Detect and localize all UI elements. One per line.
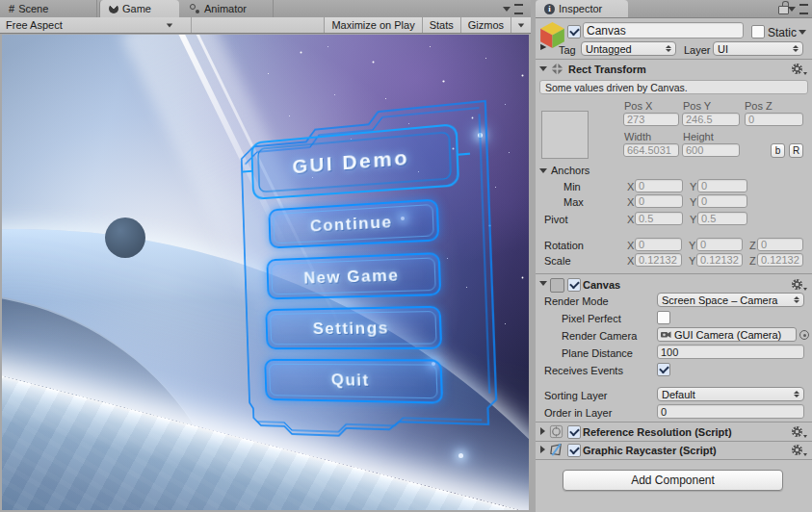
static-dropdown-arrow[interactable]	[799, 30, 806, 35]
render-mode-dropdown[interactable]: Screen Space – Camera	[657, 293, 804, 307]
anchor-preview[interactable]	[541, 111, 589, 159]
game-viewport: GUI Demo Continue New Game Settings Quit	[2, 35, 529, 510]
canvas-foldout[interactable]	[539, 281, 547, 286]
layer-dropdown[interactable]: UI	[713, 41, 803, 56]
axis-y-label: Y	[690, 196, 696, 208]
tab-game-label: Game	[122, 3, 151, 14]
scale-z-field[interactable]: 0.12132	[757, 253, 803, 267]
settings-label: Settings	[313, 319, 390, 339]
tag-value: Untagged	[586, 43, 632, 55]
graphic-raycaster-enabled-checkbox[interactable]	[567, 444, 581, 457]
pos-z-field[interactable]: 0	[745, 113, 803, 126]
stats-button[interactable]: Stats	[422, 17, 460, 33]
gear-icon[interactable]	[792, 279, 802, 290]
gameobject-name-field[interactable]: Canvas	[583, 22, 744, 38]
pos-x-field[interactable]: 273	[623, 113, 679, 126]
chevron-down-icon	[167, 23, 172, 27]
plane-distance-label: Plane Distance	[562, 347, 633, 359]
rotation-x-field[interactable]: 0	[635, 238, 682, 251]
new-game-button[interactable]: New Game	[266, 252, 441, 299]
object-picker-icon[interactable]	[799, 330, 809, 340]
gizmos-button[interactable]: Gizmos	[460, 17, 511, 33]
blueprint-mode-button[interactable]: b	[771, 143, 785, 158]
axis-z-label: Z	[749, 255, 756, 267]
game-tab-options[interactable]	[503, 4, 523, 14]
pos-y-label: Pos Y	[683, 100, 711, 112]
aspect-dropdown[interactable]: Free Aspect	[0, 17, 192, 33]
width-label: Width	[624, 131, 651, 142]
tab-scene[interactable]: # Scene	[0, 0, 97, 17]
static-checkbox[interactable]	[751, 25, 765, 38]
updown-arrows-icon	[790, 296, 799, 303]
order-in-layer-label: Order in Layer	[544, 407, 612, 419]
pos-y-field[interactable]: 246.5	[682, 113, 740, 126]
axis-z-label: Z	[749, 240, 756, 251]
pos-x-label: Pos X	[624, 100, 652, 112]
tab-animator[interactable]: Animator	[181, 0, 274, 17]
gear-icon[interactable]	[792, 445, 802, 455]
anchor-min-y-field[interactable]: 0	[697, 179, 747, 192]
anchor-min-x-field[interactable]: 0	[635, 179, 683, 192]
static-label: Static	[768, 26, 797, 39]
width-field[interactable]: 664.5031	[623, 143, 679, 157]
render-camera-value: GUI Camera (Camera)	[674, 329, 781, 341]
info-icon: i	[544, 4, 555, 14]
scale-x-field[interactable]: 0.12132	[635, 253, 682, 267]
rect-transform-foldout[interactable]	[539, 66, 547, 71]
min-label: Min	[563, 181, 581, 192]
graphic-raycaster-foldout[interactable]	[540, 446, 545, 453]
moon	[105, 218, 145, 258]
anchor-max-x-field[interactable]: 0	[635, 194, 683, 208]
canvas-icon	[550, 278, 564, 293]
unity-editor-window: # Scene Game Animator Free Aspect	[0, 0, 812, 512]
height-field[interactable]: 600	[682, 143, 740, 157]
gear-icon[interactable]	[792, 64, 802, 74]
chevron-down-icon[interactable]	[788, 7, 796, 12]
reference-resolution-foldout[interactable]	[540, 427, 545, 435]
stats-label: Stats	[430, 19, 454, 31]
receives-events-label: Receives Events	[544, 365, 623, 376]
add-component-button[interactable]: Add Component	[563, 470, 783, 491]
gear-icon[interactable]	[792, 426, 802, 437]
tag-dropdown[interactable]: Untagged	[581, 41, 676, 56]
render-camera-field[interactable]: GUI Camera (Camera)	[657, 327, 797, 342]
rect-transform-title: Rect Transform	[568, 64, 646, 75]
receives-events-checkbox[interactable]	[657, 363, 670, 376]
menu-icon[interactable]	[799, 4, 808, 14]
sorting-layer-dropdown[interactable]: Default	[657, 387, 804, 401]
axis-x-label: X	[627, 255, 634, 267]
reference-resolution-icon	[549, 424, 563, 439]
canvas-enabled-checkbox[interactable]	[567, 278, 581, 292]
order-in-layer-field[interactable]: 0	[657, 404, 804, 419]
rotation-y-field[interactable]: 0	[696, 238, 743, 251]
pivot-y-field[interactable]: 0.5	[697, 212, 747, 225]
inspector-options[interactable]	[788, 4, 808, 14]
tab-inspector[interactable]: i Inspector	[536, 0, 628, 17]
anchors-foldout[interactable]	[539, 168, 547, 173]
canvas-title: Canvas	[583, 279, 620, 291]
game-icon	[109, 4, 118, 13]
rotation-z-field[interactable]: 0	[757, 238, 803, 251]
scale-y-field[interactable]: 0.12132	[696, 253, 743, 267]
anchor-max-y-field[interactable]: 0	[697, 194, 747, 208]
active-checkbox[interactable]	[567, 25, 581, 38]
updown-arrows-icon	[662, 45, 671, 52]
graphic-raycaster-title: Graphic Raycaster (Script)	[583, 445, 717, 456]
chevron-down-icon[interactable]	[503, 7, 511, 12]
reference-resolution-enabled-checkbox[interactable]	[567, 425, 581, 439]
gizmos-dropdown-arrow[interactable]	[511, 17, 531, 33]
anchors-label: Anchors	[551, 165, 589, 176]
settings-button[interactable]: Settings	[265, 306, 442, 350]
menu-icon[interactable]	[514, 4, 523, 14]
inspector-panel: i Inspector Canvas Static Tag	[536, 0, 812, 512]
pixel-perfect-checkbox[interactable]	[657, 311, 670, 324]
game-panel: # Scene Game Animator Free Aspect	[0, 0, 531, 512]
pivot-x-field[interactable]: 0.5	[635, 212, 683, 225]
plane-distance-field[interactable]: 100	[657, 345, 804, 359]
raw-edit-mode-button[interactable]: R	[789, 143, 803, 158]
tab-game[interactable]: Game	[99, 0, 179, 17]
camera-icon	[661, 330, 671, 339]
sorting-layer-label: Sorting Layer	[544, 390, 607, 401]
maximize-on-play-button[interactable]: Maximize on Play	[324, 17, 421, 33]
quit-button[interactable]: Quit	[264, 359, 443, 404]
